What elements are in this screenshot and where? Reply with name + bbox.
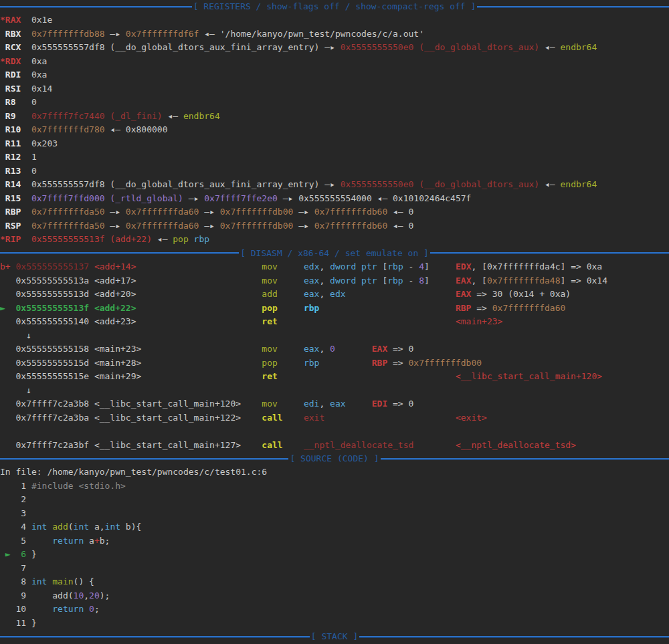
seg-w: ◂— 0 xyxy=(387,221,413,231)
seg-w: —▸ xyxy=(105,221,126,231)
seg-redb: EAX xyxy=(456,289,471,299)
seg-w: - xyxy=(403,261,419,272)
seg-gry: #include <stdio.h> xyxy=(31,481,126,491)
seg-w xyxy=(189,234,194,244)
section-rule xyxy=(477,6,669,8)
seg-pur: 0 xyxy=(330,344,335,354)
disasm-section-header: [ DISASM / x86-64 / set emulate on ] xyxy=(0,247,669,260)
stack-section-header: [ STACK ] xyxy=(0,630,669,643)
seg-ylw: ret xyxy=(262,316,277,326)
seg-w: —▸ xyxy=(183,193,204,203)
seg-olv: endbr64 xyxy=(560,179,597,189)
seg-w: 0x7ffff7c2a3bf <__libc_start_call_main+1… xyxy=(15,440,241,450)
seg-blu: rbp xyxy=(194,234,209,244)
disasm-row-libc120: 0x7ffff7c2a3b8 <__libc_start_call_main+1… xyxy=(0,397,669,411)
register-row-rdx: *RDX 0xa xyxy=(0,55,669,68)
seg-w: 0x55555555513a <add+17> xyxy=(15,276,136,286)
disasm-row-add14-breakpoint: b+ 0x555555555137 <add+14> mov edx, dwor… xyxy=(0,260,669,274)
seg-w xyxy=(84,604,89,614)
register-row-r10: R10 0x7fffffffd780 ◂— 0x800000 xyxy=(0,123,669,136)
seg-w: , xyxy=(319,276,330,286)
seg-wb: R9 xyxy=(5,111,16,121)
seg-w: , xyxy=(319,344,330,354)
seg-w: ] xyxy=(424,276,429,286)
seg-redb: RBP xyxy=(372,358,387,368)
seg-w: 7 xyxy=(21,563,26,573)
seg-w: ◂— xyxy=(539,179,560,189)
seg-w: a, xyxy=(89,522,104,532)
seg-tan: 0x7fffffffda60 xyxy=(126,207,199,217)
seg-redb: EAX xyxy=(372,344,387,354)
source-line-11: 11 } xyxy=(0,617,669,630)
seg-w: ] => 0x14 xyxy=(561,276,607,286)
seg-w: => xyxy=(471,303,492,313)
seg-w: ( xyxy=(68,522,74,532)
seg-red: 0x55555555513f (add+22) xyxy=(31,234,152,244)
seg-redb: EDI xyxy=(372,399,387,409)
seg-w: } xyxy=(31,618,37,628)
seg-blu: eax xyxy=(304,276,319,286)
seg-w: 2 xyxy=(21,494,26,504)
seg-w: —▸ xyxy=(293,207,314,217)
section-title: [ REGISTERS / show-flags off / show-comp… xyxy=(192,0,478,13)
seg-tan: 0x7fffffffda48 xyxy=(487,276,561,286)
seg-wb: R13 xyxy=(5,166,21,176)
seg-w: b; xyxy=(100,536,110,546)
seg-w: b){ xyxy=(120,522,141,532)
seg-w: 4 xyxy=(21,522,26,532)
seg-blu: int xyxy=(31,576,47,586)
pwndbg-terminal[interactable]: [ REGISTERS / show-flags off / show-comp… xyxy=(0,0,669,644)
seg-w: , [0x7fffffffda4c] => 0xa xyxy=(471,261,602,272)
seg-tan: 0x7fffffffdb00 xyxy=(220,221,294,231)
disasm-row-libc127: 0x7ffff7c2a3bf <__libc_start_call_main+1… xyxy=(0,439,669,452)
seg-w: 0x203 xyxy=(31,138,58,148)
seg-tan: 0x7fffffffda50 xyxy=(31,221,105,231)
seg-w: [ xyxy=(377,261,388,272)
seg-tan: 0x7fffffffdb60 xyxy=(314,207,388,217)
seg-olv: pop xyxy=(262,358,277,368)
seg-w: 9 xyxy=(21,591,26,601)
seg-red: <exit> xyxy=(456,413,487,423)
seg-redb: EAX xyxy=(456,276,471,286)
seg-w: ◂— xyxy=(539,42,560,52)
source-section-header: [ SOURCE (CODE) ] xyxy=(0,452,669,465)
seg-wb: RSP xyxy=(5,221,21,231)
seg-wb: R10 xyxy=(5,124,21,134)
seg-w: 0 xyxy=(31,97,37,107)
seg-red: <add+14> xyxy=(94,261,136,272)
seg-w: , [ xyxy=(471,276,486,286)
seg-blu: edx xyxy=(330,289,345,299)
seg-dred: __nptl_deallocate_tsd xyxy=(304,440,413,450)
seg-w: —▸ 0x555555554000 ◂— 0x10102464c457f xyxy=(278,193,472,203)
seg-w: In file: /home/kanyo/pwn_test/pwncodes/c… xyxy=(0,467,267,477)
seg-olv: pop xyxy=(173,234,188,244)
disasm-row-libc122: 0x7ffff7c2a3ba <__libc_start_call_main+1… xyxy=(0,411,669,425)
register-row-rip: *RIP 0x55555555513f (add+22) ◂— pop rbp xyxy=(0,233,669,246)
seg-blub: rbp xyxy=(304,303,319,313)
seg-w: —▸ xyxy=(105,207,126,217)
disasm-row-add22-current: ► 0x55555555513f <add+22> pop rbp RBP =>… xyxy=(0,302,669,315)
section-rule xyxy=(381,458,669,460)
seg-olv: mov xyxy=(262,344,277,354)
disasm-blank-row xyxy=(0,425,669,438)
disasm-flow-arrow: ↓ xyxy=(0,384,669,397)
seg-redb: EDX xyxy=(456,261,471,272)
seg-w: ↓ xyxy=(26,330,31,340)
seg-red: b+ xyxy=(0,261,15,272)
seg-w: [ xyxy=(377,276,388,286)
seg-wb: R12 xyxy=(5,152,21,162)
seg-olv: mov xyxy=(262,261,277,272)
seg-wb: R11 xyxy=(5,138,21,148)
seg-blu: rbp xyxy=(387,276,403,286)
seg-olv: mov xyxy=(262,399,277,409)
seg-w: 0x7ffff7c2a3b8 <__libc_start_call_main+1… xyxy=(15,399,241,409)
disasm-row-main23: 0x555555555158 <main+23> mov eax, 0 EAX … xyxy=(0,342,669,356)
seg-w: => xyxy=(387,358,408,368)
seg-tan: 0x7fffffffda60 xyxy=(492,303,566,313)
seg-w: 11 xyxy=(15,618,26,628)
seg-w: ◂— xyxy=(152,234,173,244)
seg-w: 0x1e xyxy=(31,15,52,25)
seg-rb: *RIP xyxy=(0,234,21,244)
source-line-7: 7 xyxy=(0,562,669,575)
seg-red: <__libc_start_call_main+120> xyxy=(456,371,602,381)
